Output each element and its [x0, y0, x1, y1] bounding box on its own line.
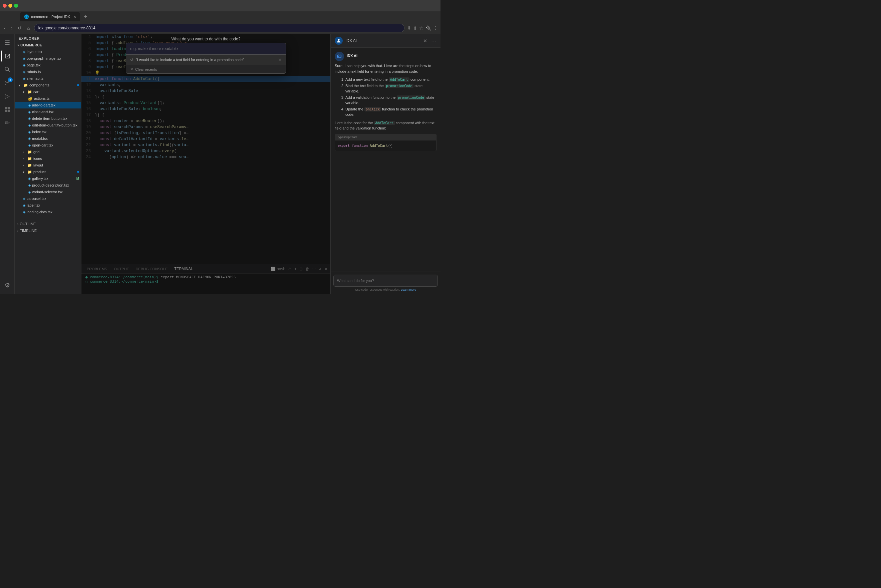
ai-panel-header: IDX AI ✕ ⋯: [331, 34, 440, 48]
svg-point-13: [340, 56, 340, 57]
run-debug-button[interactable]: ▷: [1, 90, 13, 102]
folder-icons[interactable]: › 📁 icons: [15, 155, 81, 162]
file-opengraph-tsx[interactable]: ◈ opengraph-image.tsx: [15, 55, 81, 62]
ai-intro: Sure, I can help you with that. Here are…: [335, 63, 436, 74]
file-modal-tsx[interactable]: ◈ modal.tsx: [15, 135, 81, 142]
svg-point-10: [338, 39, 339, 41]
explorer-button[interactable]: [1, 50, 13, 62]
activity-bar: ☰ 3 ▷: [0, 34, 15, 294]
ide-container: ☰ 3 ▷: [0, 34, 440, 294]
browser-actions: ⬇ ⬆ ☆ 🔌 ⋮: [407, 26, 438, 31]
timeline-label: TIMELINE: [20, 229, 37, 232]
ai-panel-close-button[interactable]: ✕: [423, 38, 427, 44]
back-button[interactable]: ‹: [3, 25, 7, 32]
folder-cart[interactable]: ▾ 📁 cart: [15, 88, 81, 95]
home-button[interactable]: ⌂: [26, 25, 31, 32]
ai-message-author: IDX AI: [347, 53, 357, 59]
file-open-cart-tsx[interactable]: ◈ open-cart.tsx: [15, 142, 81, 148]
file-loading-dots-tsx[interactable]: ◈ loading-dots.tsx: [15, 208, 81, 215]
svg-point-12: [339, 56, 339, 57]
minimize-button[interactable]: [8, 4, 12, 8]
clear-recents-button[interactable]: ✕ Clear recents: [126, 65, 286, 74]
modified-badge: M: [76, 177, 79, 180]
ai-input-area: Use code responses with caution. Learn m…: [331, 272, 440, 294]
ai-caution-text: Use code responses with caution. Learn m…: [333, 288, 438, 291]
timeline-section-header[interactable]: › TIMELINE: [15, 227, 81, 234]
tab-close-button[interactable]: ✕: [73, 15, 76, 19]
ai-avatar: [335, 37, 343, 45]
ai-step-2: Bind the text field to the promotionCode…: [345, 83, 436, 94]
address-input[interactable]: idx.google.com/commerce-8314: [34, 24, 405, 32]
modal-box: ↺ "I would like to include a text field …: [126, 43, 286, 74]
file-robots-ts[interactable]: ◈ robots.ts: [15, 68, 81, 75]
modal-overlay: What do you want to do with the code? ↺ …: [81, 34, 330, 294]
folder-layout[interactable]: › 📁 layout: [15, 162, 81, 168]
active-tab[interactable]: 🌐 commerce - Project IDX ✕: [20, 12, 80, 21]
file-variant-selector-tsx[interactable]: ◈ variant-selector.tsx: [15, 189, 81, 195]
svg-point-0: [5, 67, 9, 71]
svg-rect-7: [7, 107, 10, 110]
file-gallery-tsx[interactable]: ◈ gallery.tsx M: [15, 175, 81, 182]
bookmark-icon[interactable]: ☆: [419, 26, 424, 31]
search-button[interactable]: [1, 63, 13, 75]
outline-section-header[interactable]: › OUTLINE: [15, 220, 81, 227]
url-text: idx.google.com/commerce-8314: [38, 26, 96, 30]
file-sitemap-ts[interactable]: ◈ sitemap.ts: [15, 75, 81, 82]
svg-rect-6: [4, 107, 7, 110]
ai-step-1: Add a new text field to the AddToCart co…: [345, 77, 436, 82]
folder-product[interactable]: ▾ 📁 product: [15, 168, 81, 175]
ai-outro: Here is the code for the AddToCart compo…: [335, 120, 436, 131]
ai-code-block: typescriptreact export function AddToCar…: [335, 134, 436, 152]
share-icon[interactable]: ⬆: [413, 26, 417, 31]
file-close-cart-tsx[interactable]: ◈ close-cart.tsx: [15, 108, 81, 115]
outline-label: OUTLINE: [20, 222, 36, 226]
forward-button[interactable]: ›: [10, 25, 14, 32]
file-layout-tsx[interactable]: ◈ layout.tsx: [15, 48, 81, 55]
modal-suggestion-item[interactable]: ↺ "I would like to include a text field …: [126, 55, 286, 65]
folder-components[interactable]: ▾ 📁 components: [15, 82, 81, 88]
ai-chat-input[interactable]: [333, 274, 438, 286]
clear-label: Clear recents: [135, 68, 157, 71]
source-control-button[interactable]: 3: [1, 77, 13, 89]
file-edit-item-qty-tsx[interactable]: ◈ edit-item-quantity-button.tsx: [15, 122, 81, 129]
tab-favicon: 🌐: [24, 14, 29, 19]
reload-button[interactable]: ↺: [16, 25, 23, 32]
menu-icon[interactable]: ⋮: [433, 26, 438, 31]
traffic-lights: [3, 4, 18, 8]
suggestion-close-button[interactable]: ✕: [278, 57, 282, 62]
close-button[interactable]: [3, 4, 7, 8]
file-product-desc-tsx[interactable]: ◈ product-description.tsx: [15, 182, 81, 189]
extensions-icon[interactable]: 🔌: [426, 26, 431, 31]
svg-rect-8: [4, 110, 7, 112]
address-bar: ‹ › ↺ ⌂ idx.google.com/commerce-8314 ⬇ ⬆…: [0, 22, 440, 34]
ai-panel-more-button[interactable]: ⋯: [431, 38, 436, 44]
custom-button[interactable]: ✏: [1, 117, 13, 129]
tab-title: commerce - Project IDX: [31, 15, 70, 19]
explorer-header: EXPLORER: [15, 34, 81, 42]
maximize-button[interactable]: [14, 4, 18, 8]
file-delete-item-btn-tsx[interactable]: ◈ delete-item-button.tsx: [15, 115, 81, 122]
file-add-to-cart-tsx[interactable]: ◈ add-to-cart.tsx: [15, 102, 81, 108]
sidebar: EXPLORER ▾ COMMERCE ◈ layout.tsx ◈ openg…: [15, 34, 81, 294]
svg-rect-9: [7, 110, 10, 112]
modal-title: What do you want to do with the code?: [172, 37, 241, 41]
file-page-tsx[interactable]: ◈ page.tsx: [15, 62, 81, 68]
folder-grid[interactable]: › 📁 grid: [15, 148, 81, 155]
settings-button[interactable]: ⚙: [1, 279, 13, 291]
file-label-tsx[interactable]: ◈ label.tsx: [15, 202, 81, 208]
ai-message-avatar: [335, 52, 344, 61]
file-actions-ts[interactable]: 🔐 actions.ts: [15, 95, 81, 102]
learn-more-link[interactable]: Learn more: [401, 288, 416, 291]
code-content: export function AddToCart({: [335, 141, 436, 151]
download-icon[interactable]: ⬇: [407, 26, 411, 31]
suggestion-text: "I would like to include a text field fo…: [136, 58, 276, 62]
project-section-header[interactable]: ▾ COMMERCE: [15, 42, 81, 48]
new-tab-button[interactable]: +: [81, 14, 90, 20]
modal-input[interactable]: [126, 43, 286, 55]
file-index-tsx[interactable]: ◈ index.tsx: [15, 129, 81, 135]
file-carousel-tsx[interactable]: ◈ carousel.tsx: [15, 195, 81, 202]
menu-button[interactable]: ☰: [1, 37, 13, 49]
ai-message: IDX AI Sure, I can help you with that. H…: [335, 52, 436, 151]
extensions-button[interactable]: [1, 104, 13, 116]
browser-chrome: [0, 0, 440, 11]
